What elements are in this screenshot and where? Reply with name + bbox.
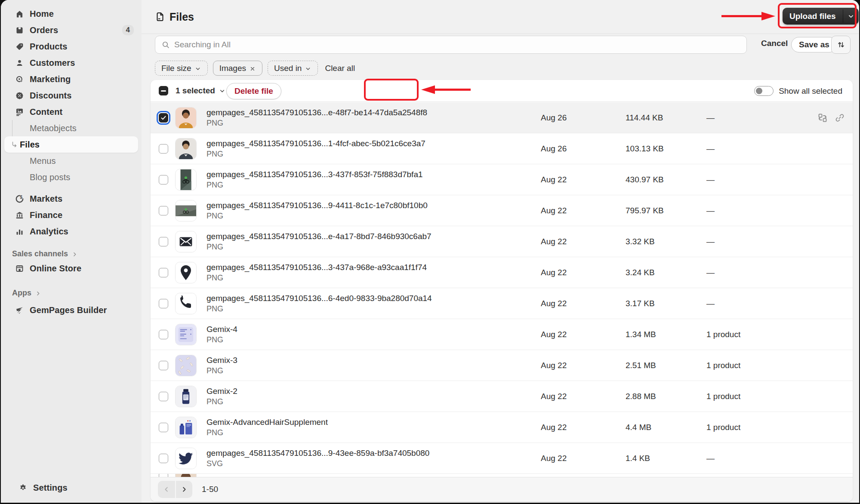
home-icon	[15, 9, 24, 18]
file-name[interactable]: gempages_4581135479105136...1-4fcf-abec-…	[207, 139, 425, 148]
chip-label: File size	[161, 64, 191, 73]
sidebar-item-menus[interactable]: Menus	[4, 153, 138, 169]
file-name[interactable]: gempages_4581135479105136...e-4a17-8bd7-…	[207, 232, 432, 241]
sidebar-section-sales-channels[interactable]: Sales channels	[4, 247, 138, 260]
row-checkbox[interactable]	[159, 299, 168, 308]
file-row[interactable]: gempages_4581135479105136...3-437a-968e-…	[151, 257, 853, 288]
minus-icon	[161, 90, 166, 92]
row-checkbox[interactable]	[159, 474, 168, 477]
sidebar-item-online-store[interactable]: Online Store	[4, 260, 138, 277]
pagination-buttons	[158, 481, 192, 498]
file-size: 1.4 KB	[626, 454, 650, 463]
row-checkbox[interactable]	[159, 175, 168, 184]
file-row[interactable]: Gemix-2 PNG Aug 22 2.88 MB 1 product	[151, 381, 853, 412]
replace-icon[interactable]	[817, 113, 828, 123]
file-name[interactable]: gempages_4581135479105136...3-437a-968e-…	[207, 263, 427, 272]
file-row[interactable]: gempages_4581135479105136...e-4a17-8bd7-…	[151, 226, 853, 257]
sidebar-item-label: Finance	[30, 210, 62, 220]
file-row[interactable]: gempages_4581135479105136...e-48f7-be14-…	[151, 102, 853, 133]
file-name[interactable]: Gemix-3	[207, 356, 237, 365]
row-checkbox[interactable]	[159, 268, 168, 277]
sidebar-nav: HomeOrders4ProductsCustomersMarketingDis…	[1, 6, 142, 318]
file-name[interactable]: gempages_4581135479105136...6-4ed0-9833-…	[207, 294, 432, 303]
file-used-in: —	[706, 144, 715, 154]
file-row[interactable]	[151, 474, 853, 477]
file-name[interactable]: gempages_4581135479105136...e-48f7-be14-…	[207, 108, 427, 117]
chevron-down-icon[interactable]	[843, 8, 859, 25]
sidebar-item-customers[interactable]: Customers	[4, 55, 138, 71]
next-page-button[interactable]	[175, 481, 192, 498]
sidebar-item-products[interactable]: Products	[4, 38, 138, 55]
clear-all-button[interactable]: Clear all	[325, 64, 355, 73]
sidebar-section-apps[interactable]: Apps	[4, 286, 138, 299]
thumbnail-icon-phone	[175, 293, 197, 314]
sidebar-item-finance[interactable]: Finance	[4, 207, 138, 223]
row-checkbox[interactable]	[159, 206, 168, 215]
search-input[interactable]	[174, 40, 746, 49]
row-checkbox-checked[interactable]	[159, 113, 168, 123]
file-used-in: —	[706, 175, 715, 184]
sidebar-item-settings[interactable]: Settings	[8, 479, 135, 496]
file-name[interactable]: gempages_4581135479105136...9-43ee-859a-…	[207, 449, 429, 458]
file-size: 3.17 KB	[626, 299, 655, 308]
file-row[interactable]: gempages_4581135479105136...6-4ed0-9833-…	[151, 288, 853, 319]
selected-count-dropdown[interactable]: 1 selected	[176, 86, 226, 95]
sidebar-item-analytics[interactable]: Analytics	[4, 223, 138, 240]
sidebar-item-gempages-builder[interactable]: GemPages Builder	[4, 302, 138, 318]
file-row[interactable]: Gemix-4 PNG Aug 22 1.34 MB 1 product	[151, 319, 853, 350]
sort-button[interactable]	[831, 36, 851, 54]
sidebar-item-content[interactable]: Content	[4, 104, 138, 120]
link-icon[interactable]	[835, 113, 845, 123]
file-date: Aug 26	[541, 113, 567, 123]
delete-file-button[interactable]: Delete file	[226, 83, 281, 99]
file-row[interactable]: gempages_4581135479105136...1-4fcf-abec-…	[151, 133, 853, 164]
file-used-in: 1 product	[706, 330, 740, 339]
sidebar-item-discounts[interactable]: Discounts	[4, 87, 138, 104]
upload-files-button[interactable]: Upload files	[783, 8, 859, 25]
file-row[interactable]: gempages_4581135479105136...9-4411-8c1c-…	[151, 195, 853, 226]
file-name[interactable]: Gemix-2	[207, 387, 237, 396]
show-all-selected-toggle[interactable]	[754, 86, 774, 96]
previous-page-button[interactable]	[158, 481, 175, 498]
chip-label: Images	[219, 64, 246, 73]
file-name[interactable]: Gemix-AdvancedHairSupplement	[207, 418, 328, 427]
sidebar-item-home[interactable]: Home	[4, 6, 138, 22]
row-checkbox[interactable]	[159, 423, 168, 432]
file-row[interactable]: gempages_4581135479105136...3-437f-853f-…	[151, 164, 853, 195]
file-row[interactable]: Gemix-AdvancedHairSupplement PNG Aug 22 …	[151, 412, 853, 443]
file-name[interactable]: Gemix-4	[207, 325, 237, 334]
file-date: Aug 26	[541, 144, 567, 154]
sidebar-item-blog-posts[interactable]: Blog posts	[4, 169, 138, 185]
row-checkbox[interactable]	[159, 330, 168, 339]
filter-chip-images[interactable]: Images	[213, 61, 262, 76]
sidebar-item-metaobjects[interactable]: Metaobjects	[4, 120, 138, 136]
sidebar-item-label: Home	[30, 9, 54, 19]
sidebar-item-orders[interactable]: Orders4	[4, 22, 138, 38]
sidebar-item-files[interactable]: Files	[4, 136, 138, 153]
file-row[interactable]: Gemix-3 PNG Aug 22 2.51 MB 1 product	[151, 350, 853, 381]
row-checkbox[interactable]	[159, 392, 168, 401]
chevron-down-icon	[194, 65, 201, 72]
file-name[interactable]: gempages_4581135479105136...9-4411-8c1c-…	[207, 201, 428, 210]
select-all-checkbox[interactable]	[159, 86, 168, 95]
file-used-in: —	[706, 237, 715, 246]
sidebar-item-marketing[interactable]: Marketing	[4, 71, 138, 87]
sidebar-item-label: Customers	[30, 58, 75, 68]
row-checkbox[interactable]	[159, 237, 168, 246]
row-checkbox[interactable]	[159, 361, 168, 370]
file-type: PNG	[207, 274, 427, 283]
row-checkbox[interactable]	[159, 144, 168, 154]
filter-chip-used-in[interactable]: Used in	[268, 61, 318, 76]
files-page-icon	[155, 12, 165, 22]
close-icon[interactable]	[249, 65, 256, 72]
sidebar-item-label: Marketing	[30, 74, 71, 84]
file-name[interactable]: gempages_4581135479105136...3-437f-853f-…	[207, 170, 423, 179]
row-checkbox[interactable]	[159, 454, 168, 463]
thumbnail-photo-cyclist-landscape	[175, 200, 197, 221]
file-row[interactable]: gempages_4581135479105136...9-43ee-859a-…	[151, 443, 853, 474]
filter-chip-file-size[interactable]: File size	[155, 61, 208, 76]
save-as-button[interactable]: Save as	[791, 37, 837, 52]
sidebar-item-markets[interactable]: $Markets	[4, 191, 138, 207]
thumbnail-icon-location-pin	[175, 262, 197, 283]
cancel-button[interactable]: Cancel	[761, 39, 788, 48]
